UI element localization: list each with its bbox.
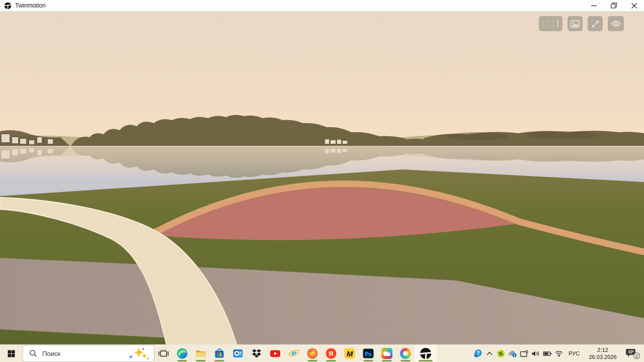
expand-button[interactable]: [588, 16, 603, 31]
search-box[interactable]: Поиск: [23, 345, 154, 362]
twinmotion-window: Twinmotion: [0, 0, 644, 362]
system-tray: ?: [472, 345, 644, 362]
taskbar-app-miro[interactable]: M: [340, 345, 359, 362]
taskbar-app-color-wheel[interactable]: [396, 345, 415, 362]
language-indicator[interactable]: РУС: [565, 350, 584, 356]
restore-button[interactable]: [604, 0, 624, 11]
folder-icon: [195, 347, 207, 359]
svg-text:Ps: Ps: [365, 351, 371, 357]
visibility-button[interactable]: [608, 16, 624, 31]
close-button[interactable]: [624, 0, 644, 11]
svg-text:M: M: [346, 349, 353, 358]
media-thumbnail-slot[interactable]: [539, 16, 553, 31]
window-controls: [584, 0, 644, 11]
battery-icon: [543, 350, 552, 357]
tray-display-button[interactable]: [518, 345, 530, 362]
taskbar-app-twinmotion[interactable]: [415, 345, 437, 362]
clock-date: 26.03.2026: [584, 354, 622, 361]
taskbar-app-outlook[interactable]: [228, 345, 247, 362]
notification-icon: 2: [625, 347, 640, 359]
search-placeholder: Поиск: [42, 350, 60, 357]
search-icon: [29, 349, 37, 357]
tray-hidden-icons-button[interactable]: [484, 345, 495, 362]
tray-battery-button[interactable]: [541, 345, 553, 362]
clock-time: 2:12: [584, 347, 622, 354]
windows-logo-icon: [7, 349, 16, 358]
help-icon: ?: [473, 349, 482, 358]
store-icon: [213, 347, 225, 359]
sparkles-icon: [127, 347, 150, 360]
taskbar-app-firefox[interactable]: [303, 345, 321, 362]
wifi-icon: [554, 350, 564, 357]
cloud-info-icon: [508, 350, 517, 357]
task-view-icon: [157, 347, 170, 359]
title-bar: Twinmotion: [0, 0, 644, 12]
twinmotion-logo-icon: [4, 2, 12, 10]
updater-icon: [497, 349, 505, 358]
image-icon: [571, 20, 580, 28]
taskbar-app-edge[interactable]: [173, 345, 191, 362]
volume-icon: [531, 350, 540, 357]
notification-center-button[interactable]: 2: [622, 345, 644, 362]
taskbar-app-store[interactable]: [210, 345, 228, 362]
creative-cloud-icon: [381, 348, 392, 359]
clock[interactable]: 2:12 26.03.2026: [584, 346, 622, 361]
display-icon: [520, 350, 528, 357]
minimize-button[interactable]: [584, 0, 604, 11]
outlook-icon: [232, 347, 244, 359]
twinmotion-icon: [420, 348, 431, 359]
scene-3d-viewport[interactable]: [0, 12, 644, 344]
taskbar-app-task-view[interactable]: [154, 345, 173, 362]
thumbnail-button[interactable]: [568, 16, 583, 31]
taskbar-app-creative-cloud[interactable]: [377, 345, 396, 362]
taskbar-app-yandex[interactable]: Я: [321, 345, 340, 362]
minimize-icon: [591, 3, 597, 9]
tray-wifi-button[interactable]: [553, 345, 565, 362]
horizon-line: [0, 146, 644, 147]
close-icon: [631, 3, 637, 9]
taskbar-app-dropbox[interactable]: [247, 345, 266, 362]
color-wheel-icon: [400, 348, 411, 359]
tray-help-button[interactable]: ?: [472, 345, 484, 362]
taskbar-apps: e Я M: [154, 345, 437, 362]
viewport-toolbar: [539, 16, 624, 31]
taskbar: Поиск: [0, 344, 644, 362]
tray-volume-button[interactable]: [530, 345, 541, 362]
restore-icon: [611, 3, 617, 9]
svg-text:?: ?: [476, 350, 479, 356]
eye-icon: [611, 20, 621, 27]
tray-updater-button[interactable]: [495, 345, 507, 362]
expand-arrows-icon: [591, 20, 600, 28]
taskbar-app-youtube[interactable]: [266, 345, 284, 362]
svg-text:Я: Я: [329, 350, 333, 357]
window-title: Twinmotion: [15, 2, 46, 9]
tray-cloud-button[interactable]: [507, 345, 518, 362]
internet-explorer-icon: e: [288, 347, 300, 359]
dropbox-icon: [251, 347, 263, 359]
miro-icon: M: [344, 347, 356, 359]
edge-icon: [176, 347, 188, 359]
kebab-menu-icon[interactable]: [553, 21, 562, 27]
youtube-icon: [269, 347, 281, 359]
yandex-icon: Я: [325, 347, 337, 359]
taskbar-app-ie[interactable]: e: [284, 345, 303, 362]
media-split-button[interactable]: [539, 16, 562, 31]
notification-badge: 2: [635, 353, 638, 358]
taskbar-app-photoshop[interactable]: Ps: [359, 345, 377, 362]
firefox-icon: [306, 347, 318, 359]
viewport: Новых уведомлений: 2: [0, 12, 644, 344]
hidden-icons-chevron: [486, 351, 493, 356]
photoshop-icon: Ps: [362, 347, 374, 359]
taskbar-app-explorer[interactable]: [191, 345, 210, 362]
media-placeholder-icon: [543, 22, 549, 26]
start-button[interactable]: [0, 345, 23, 362]
